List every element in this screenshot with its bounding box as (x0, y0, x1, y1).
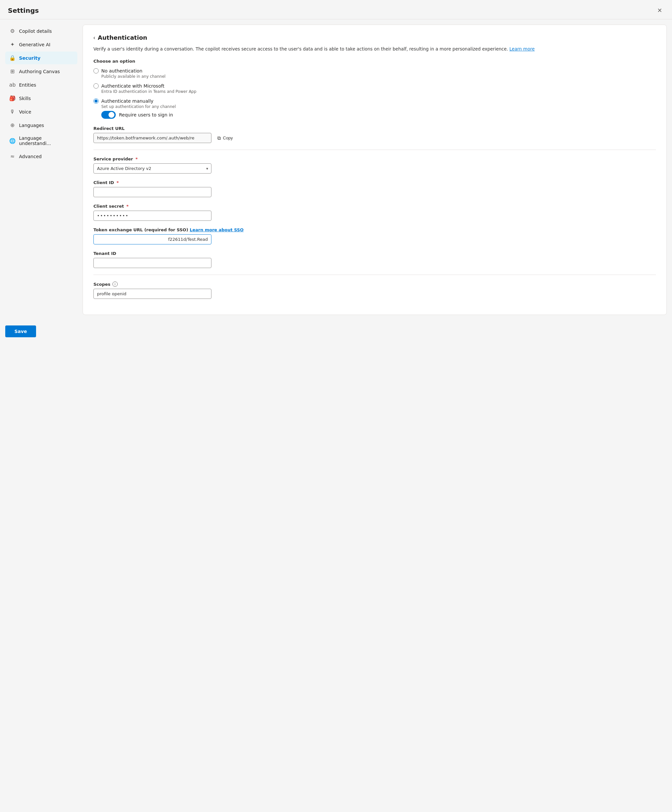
tenant-id-label: Tenant ID (94, 251, 656, 256)
service-provider-required: * (135, 157, 138, 161)
radio-microsoft-auth: Authenticate with Microsoft Entra ID aut… (94, 84, 656, 94)
section-description: Verify a user's identity during a conver… (94, 46, 656, 52)
scopes-label: Scopes (94, 282, 111, 287)
footer: Save (0, 320, 672, 343)
copy-label: Copy (223, 135, 233, 140)
token-exchange-url-label: Token exchange URL (required for SSO) Le… (94, 227, 656, 232)
radio-microsoft-auth-label[interactable]: Authenticate with Microsoft (101, 84, 164, 89)
window-title: Settings (8, 7, 39, 14)
sidebar-icon-languages: ⊕ (9, 122, 16, 128)
radio-group: No authentication Publicly available in … (94, 68, 656, 119)
require-signin-toggle[interactable] (101, 111, 116, 119)
sidebar-item-copilot-details[interactable]: ⚙Copilot details (5, 25, 77, 38)
service-provider-select-wrapper: Azure Active Directory v2 Generic OAuth … (94, 164, 211, 174)
section-title: Authentication (98, 34, 147, 41)
sidebar-label-advanced: Advanced (19, 154, 42, 159)
section-divider-2 (94, 275, 656, 275)
client-secret-required: * (126, 204, 129, 209)
redirect-url-group: Redirect URL ⧉ Copy (94, 126, 656, 143)
scopes-group: Scopes i (94, 281, 656, 299)
main-layout: ⚙Copilot details✦Generative AI🔒Security⊞… (0, 19, 672, 320)
learn-more-link[interactable]: Learn more (509, 46, 535, 51)
radio-no-auth-input[interactable] (94, 68, 99, 73)
sidebar-label-copilot-details: Copilot details (19, 29, 52, 34)
radio-no-auth-label[interactable]: No authentication (101, 68, 142, 73)
client-id-group: Client ID * (94, 180, 656, 197)
token-exchange-url-group: Token exchange URL (required for SSO) Le… (94, 227, 656, 244)
sidebar-item-languages[interactable]: ⊕Languages (5, 119, 77, 131)
sidebar-icon-language-understanding: 🌐 (9, 138, 16, 144)
sidebar-item-advanced[interactable]: ≈Advanced (5, 150, 77, 163)
sidebar-icon-generative-ai: ✦ (9, 41, 16, 48)
client-id-input[interactable] (94, 187, 211, 197)
radio-manual-auth-input[interactable] (94, 99, 99, 104)
sidebar-item-voice[interactable]: 🎙Voice (5, 105, 77, 118)
sidebar-icon-voice: 🎙 (9, 109, 16, 115)
sidebar-item-security[interactable]: 🔒Security (5, 51, 77, 64)
service-provider-group: Service provider * Azure Active Director… (94, 157, 656, 174)
sidebar-icon-entities: ab (9, 82, 16, 88)
client-secret-group: Client secret * (94, 204, 656, 221)
sidebar-label-security: Security (19, 55, 40, 61)
sidebar-icon-copilot-details: ⚙ (9, 28, 16, 34)
radio-no-auth: No authentication Publicly available in … (94, 68, 656, 79)
service-provider-select[interactable]: Azure Active Directory v2 Generic OAuth … (94, 164, 211, 174)
client-id-required: * (116, 180, 119, 185)
choose-option-label: Choose an option (94, 59, 656, 64)
tenant-id-input[interactable] (94, 258, 211, 268)
sidebar-label-entities: Entities (19, 82, 36, 88)
radio-manual-auth-sublabel: Set up authentication for any channel (101, 104, 656, 109)
token-input-wrapper (94, 234, 211, 244)
sidebar-item-skills[interactable]: 🎒Skills (5, 92, 77, 105)
sidebar-icon-advanced: ≈ (9, 153, 16, 159)
radio-microsoft-auth-input[interactable] (94, 84, 99, 89)
copy-button[interactable]: ⧉ Copy (215, 133, 235, 143)
sidebar-label-authoring-canvas: Authoring Canvas (19, 69, 60, 74)
redirect-url-row: ⧉ Copy (94, 133, 656, 143)
client-id-label: Client ID * (94, 180, 656, 185)
sidebar-item-entities[interactable]: abEntities (5, 78, 77, 91)
sidebar-label-languages: Languages (19, 123, 44, 128)
main-content: ‹ Authentication Verify a user's identit… (83, 25, 667, 315)
close-button[interactable]: ✕ (655, 6, 664, 15)
radio-no-auth-sublabel: Publicly available in any channel (101, 74, 656, 79)
back-button[interactable]: ‹ (94, 35, 95, 41)
redirect-url-input[interactable] (94, 133, 211, 143)
client-secret-label: Client secret * (94, 204, 656, 209)
sidebar-item-authoring-canvas[interactable]: ⊞Authoring Canvas (5, 65, 77, 78)
sidebar-icon-authoring-canvas: ⊞ (9, 68, 16, 75)
redirect-url-label: Redirect URL (94, 126, 656, 131)
scopes-label-row: Scopes i (94, 281, 656, 287)
scopes-info-icon[interactable]: i (112, 281, 118, 287)
toggle-slider (101, 111, 116, 119)
sidebar-label-generative-ai: Generative AI (19, 42, 51, 47)
description-text: Verify a user's identity during a conver… (94, 46, 508, 51)
client-secret-input[interactable] (94, 211, 211, 221)
radio-manual-auth-label[interactable]: Authenticate manually (101, 99, 153, 104)
sidebar-item-language-understanding[interactable]: 🌐Language understandi... (5, 132, 77, 149)
section-header: ‹ Authentication (94, 34, 656, 41)
service-provider-label: Service provider * (94, 157, 656, 161)
token-exchange-learn-more-link[interactable]: Learn more about SSO (190, 227, 244, 232)
sidebar-label-voice: Voice (19, 109, 31, 114)
toggle-label: Require users to sign in (119, 112, 173, 118)
toggle-row: Require users to sign in (101, 111, 656, 119)
scopes-input[interactable] (94, 289, 211, 299)
app-window: Settings ✕ ⚙Copilot details✦Generative A… (0, 0, 672, 812)
sidebar-label-skills: Skills (19, 96, 31, 101)
token-exchange-url-input[interactable] (94, 234, 211, 244)
title-bar: Settings ✕ (0, 0, 672, 19)
sidebar-icon-skills: 🎒 (9, 95, 16, 101)
sidebar-icon-security: 🔒 (9, 55, 16, 61)
sidebar: ⚙Copilot details✦Generative AI🔒Security⊞… (5, 25, 77, 164)
section-divider-1 (94, 150, 656, 150)
sidebar-label-language-understanding: Language understandi... (19, 135, 73, 146)
copy-icon: ⧉ (217, 135, 221, 141)
sidebar-item-generative-ai[interactable]: ✦Generative AI (5, 38, 77, 51)
radio-microsoft-auth-sublabel: Entra ID authentication in Teams and Pow… (101, 89, 656, 94)
tenant-id-group: Tenant ID (94, 251, 656, 268)
radio-manual-auth: Authenticate manually Set up authenticat… (94, 99, 656, 119)
save-button[interactable]: Save (5, 326, 36, 337)
